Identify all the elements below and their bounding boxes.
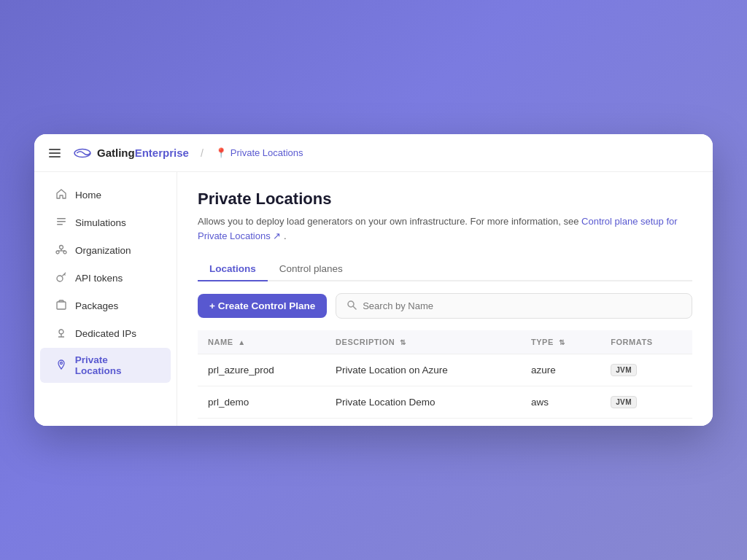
logo-text: GatlingEnterprise xyxy=(97,147,189,160)
api-tokens-icon xyxy=(55,271,68,285)
content-area: Private Locations Allows you to deploy l… xyxy=(177,172,713,426)
sidebar-item-dedicated-ips[interactable]: Dedicated IPs xyxy=(40,320,171,347)
table-row[interactable]: prl_demo Private Location Demo aws JVM xyxy=(198,386,692,419)
svg-rect-3 xyxy=(57,224,63,225)
breadcrumb-private-locations[interactable]: 📍 Private Locations xyxy=(215,147,303,158)
row-1-description: Private Location Demo xyxy=(325,386,521,419)
home-icon xyxy=(55,188,68,202)
svg-point-4 xyxy=(60,246,63,249)
sidebar-item-simulations-label: Simulations xyxy=(75,217,126,228)
svg-rect-2 xyxy=(57,221,66,222)
sidebar-item-home-label: Home xyxy=(75,190,101,201)
locations-table: NAME ▲ DESCRIPTION ⇅ TYPE ⇅ FORMATS xyxy=(198,330,692,419)
gatling-logo-icon xyxy=(72,147,93,160)
organization-icon xyxy=(55,244,68,257)
search-box xyxy=(336,293,692,319)
private-locations-icon xyxy=(55,359,68,373)
hamburger-menu[interactable] xyxy=(49,149,61,158)
sidebar-item-private-locations[interactable]: Private Locations xyxy=(40,348,171,383)
tab-control-planes[interactable]: Control planes xyxy=(268,257,355,281)
svg-point-13 xyxy=(60,362,62,364)
page-title: Private Locations xyxy=(198,190,692,209)
table-header-row: NAME ▲ DESCRIPTION ⇅ TYPE ⇅ FORMATS xyxy=(198,330,692,354)
svg-point-14 xyxy=(348,301,354,307)
search-icon xyxy=(347,300,357,312)
sidebar: Home Simulations Organization API tokens xyxy=(34,172,177,426)
svg-point-10 xyxy=(57,276,63,281)
main-layout: Home Simulations Organization API tokens xyxy=(34,172,713,426)
sidebar-item-api-tokens-label: API tokens xyxy=(75,273,123,284)
sidebar-item-simulations[interactable]: Simulations xyxy=(40,209,171,236)
sidebar-item-packages[interactable]: Packages xyxy=(40,292,171,319)
tabs-bar: Locations Control planes xyxy=(198,257,692,281)
sidebar-item-private-locations-label: Private Locations xyxy=(75,354,156,376)
row-0-formats: JVM xyxy=(600,354,692,386)
tab-locations[interactable]: Locations xyxy=(198,257,268,281)
row-0-description: Private Location on Azure xyxy=(325,354,521,386)
breadcrumb-separator: / xyxy=(201,147,204,159)
svg-rect-11 xyxy=(57,302,66,309)
toolbar: + Create Control Plane xyxy=(198,293,692,319)
row-1-name: prl_demo xyxy=(198,386,325,419)
pin-icon: 📍 xyxy=(215,147,227,158)
dedicated-ips-icon xyxy=(55,327,68,341)
row-1-type: aws xyxy=(521,386,600,419)
col-header-name[interactable]: NAME ▲ xyxy=(198,330,325,354)
row-0-name: prl_azure_prod xyxy=(198,354,325,386)
packages-icon xyxy=(55,299,68,313)
col-header-formats: FORMATS xyxy=(600,330,692,354)
col-header-description[interactable]: DESCRIPTION ⇅ xyxy=(325,330,521,354)
name-sort-icon: ▲ xyxy=(238,338,245,346)
sidebar-item-organization-label: Organization xyxy=(75,245,131,256)
sidebar-item-packages-label: Packages xyxy=(75,300,118,311)
sidebar-item-api-tokens[interactable]: API tokens xyxy=(40,265,171,292)
create-control-plane-button[interactable]: + Create Control Plane xyxy=(198,294,327,318)
sidebar-item-organization[interactable]: Organization xyxy=(40,237,171,264)
format-badge-jvm: JVM xyxy=(611,364,637,376)
top-bar: GatlingEnterprise / 📍 Private Locations xyxy=(34,134,713,172)
type-sort-icon: ⇅ xyxy=(559,338,565,346)
search-input[interactable] xyxy=(363,300,681,311)
col-header-type[interactable]: TYPE ⇅ xyxy=(521,330,600,354)
sidebar-item-home[interactable]: Home xyxy=(40,182,171,209)
page-description: Allows you to deploy load generators on … xyxy=(198,214,692,243)
svg-point-12 xyxy=(59,330,63,334)
logo-area: GatlingEnterprise xyxy=(72,147,189,160)
description-sort-icon: ⇅ xyxy=(400,338,406,346)
simulations-icon xyxy=(55,216,68,230)
svg-line-15 xyxy=(354,307,357,310)
row-1-formats: JVM xyxy=(600,386,692,419)
sidebar-item-dedicated-ips-label: Dedicated IPs xyxy=(75,328,136,339)
format-badge-jvm-2: JVM xyxy=(611,396,637,408)
svg-rect-1 xyxy=(57,218,66,219)
app-window: GatlingEnterprise / 📍 Private Locations … xyxy=(34,134,713,426)
table-row[interactable]: prl_azure_prod Private Location on Azure… xyxy=(198,354,692,386)
row-0-type: azure xyxy=(521,354,600,386)
